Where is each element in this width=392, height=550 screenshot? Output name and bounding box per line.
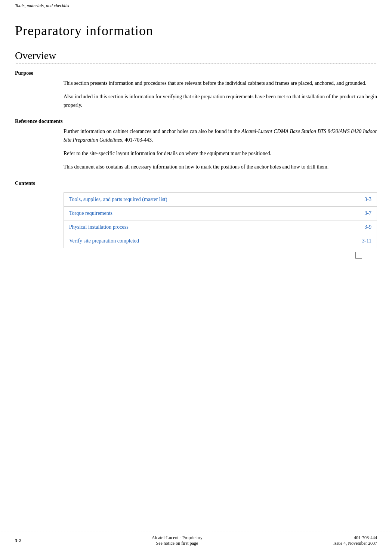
table-row: Verify site preparation completed 3-11 xyxy=(64,234,377,248)
small-box xyxy=(355,252,362,259)
reference-paragraph-1: Further information on cabinet clearance… xyxy=(64,127,377,144)
footer-notice: See notice on first page xyxy=(152,541,203,546)
purpose-paragraph-2: Also included in this section is informa… xyxy=(64,93,377,109)
contents-row-2-page[interactable]: 3-7 xyxy=(347,206,377,220)
footer-company: Alcatel-Lucent - Proprietary xyxy=(152,535,203,541)
page-wrapper: Tools, materials, and checklist Preparat… xyxy=(0,0,392,550)
table-row: Tools, supplies, and parts required (mas… xyxy=(64,192,377,206)
content-area: Preparatory information Overview Purpose… xyxy=(0,12,392,550)
purpose-paragraph-1: This section presents information and pr… xyxy=(64,79,377,87)
table-row: Torque requirements 3-7 xyxy=(64,206,377,220)
footer-doc-number: 401-703-444 xyxy=(333,535,377,541)
page-title: Preparatory information xyxy=(15,23,377,38)
reference-section: Reference documents Further information … xyxy=(15,118,377,172)
footer-issue: Issue 4, November 2007 xyxy=(333,541,377,546)
top-bar-label: Tools, materials, and checklist xyxy=(15,3,70,8)
reference-italic: Alcatel-Lucent CDMA Base Station BTS 842… xyxy=(64,129,377,142)
contents-row-1-title[interactable]: Tools, supplies, and parts required (mas… xyxy=(64,192,347,206)
table-row: Physical installation process 3-9 xyxy=(64,220,377,234)
overview-heading: Overview xyxy=(15,50,377,62)
purpose-section: Purpose This section presents informatio… xyxy=(15,70,377,109)
contents-label: Contents xyxy=(15,180,377,186)
reference-paragraph-2: Refer to the site-specific layout inform… xyxy=(64,149,377,158)
top-bar: Tools, materials, and checklist xyxy=(0,0,392,12)
contents-row-2-title[interactable]: Torque requirements xyxy=(64,206,347,220)
contents-table: Tools, supplies, and parts required (mas… xyxy=(64,192,377,248)
reference-paragraph-3: This document also contains all necessar… xyxy=(64,163,377,171)
contents-section: Contents Tools, supplies, and parts requ… xyxy=(15,180,377,259)
contents-row-4-title[interactable]: Verify site preparation completed xyxy=(64,234,347,248)
purpose-label: Purpose xyxy=(15,70,377,76)
contents-row-1-page[interactable]: 3-3 xyxy=(347,192,377,206)
contents-row-3-page[interactable]: 3-9 xyxy=(347,220,377,234)
footer-center: Alcatel-Lucent - Proprietary See notice … xyxy=(152,535,203,546)
reference-label: Reference documents xyxy=(15,118,377,124)
footer-page-number: 3-2 xyxy=(15,538,21,544)
footer-right: 401-703-444 Issue 4, November 2007 xyxy=(333,535,377,546)
footer: 3-2 Alcatel-Lucent - Proprietary See not… xyxy=(0,531,392,550)
overview-divider xyxy=(15,63,377,64)
contents-row-3-title[interactable]: Physical installation process xyxy=(64,220,347,234)
contents-row-4-page[interactable]: 3-11 xyxy=(347,234,377,248)
